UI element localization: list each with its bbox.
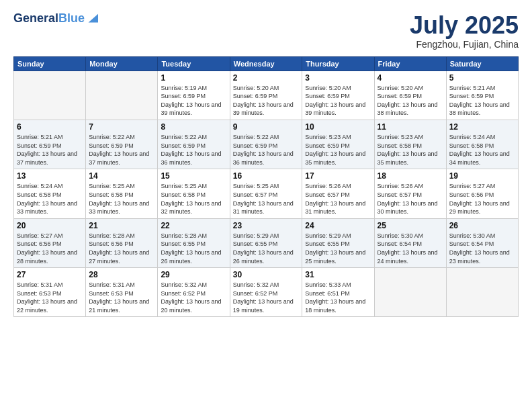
day-number: 24: [305, 221, 371, 230]
day-number: 16: [233, 171, 300, 181]
day-info: Sunrise: 5:23 AMSunset: 6:58 PMDaylight:…: [378, 133, 443, 167]
day-number: 20: [17, 221, 83, 230]
month-title: July 2025: [410, 12, 519, 39]
location: Fengzhou, Fujian, China: [410, 39, 519, 50]
calendar-cell: 10Sunrise: 5:23 AMSunset: 6:59 PMDayligh…: [302, 120, 374, 169]
day-number: 17: [305, 171, 371, 181]
calendar-cell: 12Sunrise: 5:24 AMSunset: 6:58 PMDayligh…: [446, 120, 518, 169]
day-number: 9: [233, 122, 300, 132]
day-info: Sunrise: 5:31 AMSunset: 6:53 PMDaylight:…: [89, 281, 154, 314]
weekday-header-saturday: Saturday: [446, 56, 518, 71]
day-number: 5: [449, 73, 515, 83]
calendar-cell: [374, 268, 446, 317]
day-info: Sunrise: 5:28 AMSunset: 6:56 PMDaylight:…: [89, 232, 154, 265]
calendar-cell: 18Sunrise: 5:26 AMSunset: 6:57 PMDayligh…: [374, 169, 446, 218]
day-number: 4: [378, 73, 443, 83]
weekday-header-friday: Friday: [374, 56, 446, 71]
header: GeneralBlue July 2025 Fengzhou, Fujian, …: [13, 12, 519, 50]
day-info: Sunrise: 5:27 AMSunset: 6:56 PMDaylight:…: [449, 182, 515, 216]
calendar-cell: 11Sunrise: 5:23 AMSunset: 6:58 PMDayligh…: [374, 120, 446, 169]
weekday-header-sunday: Sunday: [14, 56, 86, 71]
page: GeneralBlue July 2025 Fengzhou, Fujian, …: [0, 0, 532, 411]
weekday-header-thursday: Thursday: [302, 56, 374, 71]
calendar-cell: 14Sunrise: 5:25 AMSunset: 6:58 PMDayligh…: [86, 169, 158, 218]
calendar-cell: 15Sunrise: 5:25 AMSunset: 6:58 PMDayligh…: [158, 169, 230, 218]
calendar-cell: [446, 268, 518, 317]
calendar-cell: 8Sunrise: 5:22 AMSunset: 6:59 PMDaylight…: [158, 120, 230, 169]
calendar-cell: 19Sunrise: 5:27 AMSunset: 6:56 PMDayligh…: [446, 169, 518, 218]
calendar-week-3: 13Sunrise: 5:24 AMSunset: 6:58 PMDayligh…: [14, 169, 519, 218]
day-info: Sunrise: 5:25 AMSunset: 6:57 PMDaylight:…: [233, 182, 300, 216]
calendar-cell: 5Sunrise: 5:21 AMSunset: 6:59 PMDaylight…: [446, 71, 518, 120]
calendar-cell: 27Sunrise: 5:31 AMSunset: 6:53 PMDayligh…: [14, 268, 86, 317]
calendar-cell: 30Sunrise: 5:32 AMSunset: 6:52 PMDayligh…: [230, 268, 302, 317]
day-number: 12: [449, 122, 515, 132]
day-info: Sunrise: 5:22 AMSunset: 6:59 PMDaylight:…: [233, 133, 300, 167]
day-info: Sunrise: 5:20 AMSunset: 6:59 PMDaylight:…: [305, 84, 371, 118]
logo-icon: [86, 13, 98, 25]
weekday-header-monday: Monday: [86, 56, 158, 71]
calendar-week-4: 20Sunrise: 5:27 AMSunset: 6:56 PMDayligh…: [14, 218, 519, 267]
day-info: Sunrise: 5:21 AMSunset: 6:59 PMDaylight:…: [449, 84, 515, 118]
day-number: 13: [17, 171, 83, 181]
calendar-cell: 2Sunrise: 5:20 AMSunset: 6:59 PMDaylight…: [230, 71, 302, 120]
calendar-week-5: 27Sunrise: 5:31 AMSunset: 6:53 PMDayligh…: [14, 268, 519, 317]
calendar-cell: 28Sunrise: 5:31 AMSunset: 6:53 PMDayligh…: [86, 268, 158, 317]
day-number: 18: [378, 171, 443, 181]
day-number: 19: [449, 171, 515, 181]
day-info: Sunrise: 5:20 AMSunset: 6:59 PMDaylight:…: [233, 84, 300, 118]
calendar-cell: 1Sunrise: 5:19 AMSunset: 6:59 PMDaylight…: [158, 71, 230, 120]
svg-marker-0: [89, 14, 98, 23]
weekday-header-wednesday: Wednesday: [230, 56, 302, 71]
day-info: Sunrise: 5:25 AMSunset: 6:58 PMDaylight:…: [89, 182, 154, 216]
day-info: Sunrise: 5:28 AMSunset: 6:55 PMDaylight:…: [161, 232, 226, 265]
day-number: 22: [161, 221, 226, 230]
calendar-cell: [14, 71, 86, 120]
calendar-cell: 23Sunrise: 5:29 AMSunset: 6:55 PMDayligh…: [230, 218, 302, 267]
day-info: Sunrise: 5:24 AMSunset: 6:58 PMDaylight:…: [449, 133, 515, 167]
day-number: 7: [89, 122, 154, 132]
day-number: 10: [305, 122, 371, 132]
day-info: Sunrise: 5:27 AMSunset: 6:56 PMDaylight:…: [17, 232, 83, 265]
calendar-cell: 7Sunrise: 5:22 AMSunset: 6:59 PMDaylight…: [86, 120, 158, 169]
day-number: 3: [305, 73, 371, 83]
calendar-cell: 4Sunrise: 5:20 AMSunset: 6:59 PMDaylight…: [374, 71, 446, 120]
day-number: 30: [233, 270, 300, 279]
calendar-cell: 13Sunrise: 5:24 AMSunset: 6:58 PMDayligh…: [14, 169, 86, 218]
day-info: Sunrise: 5:30 AMSunset: 6:54 PMDaylight:…: [378, 232, 443, 265]
day-number: 14: [89, 171, 154, 181]
calendar-cell: 17Sunrise: 5:26 AMSunset: 6:57 PMDayligh…: [302, 169, 374, 218]
calendar-cell: 29Sunrise: 5:32 AMSunset: 6:52 PMDayligh…: [158, 268, 230, 317]
day-info: Sunrise: 5:29 AMSunset: 6:55 PMDaylight:…: [233, 232, 300, 265]
day-number: 29: [161, 270, 226, 279]
day-number: 6: [17, 122, 83, 132]
day-number: 23: [233, 221, 300, 230]
day-number: 27: [17, 270, 83, 279]
day-number: 2: [233, 73, 300, 83]
calendar-cell: [86, 71, 158, 120]
calendar-cell: 3Sunrise: 5:20 AMSunset: 6:59 PMDaylight…: [302, 71, 374, 120]
day-number: 25: [378, 221, 443, 230]
title-block: July 2025 Fengzhou, Fujian, China: [410, 12, 519, 50]
day-info: Sunrise: 5:26 AMSunset: 6:57 PMDaylight:…: [378, 182, 443, 216]
day-info: Sunrise: 5:31 AMSunset: 6:53 PMDaylight:…: [17, 281, 83, 314]
weekday-header-row: SundayMondayTuesdayWednesdayThursdayFrid…: [14, 56, 519, 71]
day-info: Sunrise: 5:19 AMSunset: 6:59 PMDaylight:…: [161, 84, 226, 118]
calendar-cell: 21Sunrise: 5:28 AMSunset: 6:56 PMDayligh…: [86, 218, 158, 267]
day-info: Sunrise: 5:26 AMSunset: 6:57 PMDaylight:…: [305, 182, 371, 216]
day-number: 1: [161, 73, 226, 83]
calendar-cell: 31Sunrise: 5:33 AMSunset: 6:51 PMDayligh…: [302, 268, 374, 317]
calendar-cell: 24Sunrise: 5:29 AMSunset: 6:55 PMDayligh…: [302, 218, 374, 267]
calendar-week-1: 1Sunrise: 5:19 AMSunset: 6:59 PMDaylight…: [14, 71, 519, 120]
day-number: 8: [161, 122, 226, 132]
day-info: Sunrise: 5:21 AMSunset: 6:59 PMDaylight:…: [17, 133, 83, 167]
day-info: Sunrise: 5:23 AMSunset: 6:59 PMDaylight:…: [305, 133, 371, 167]
calendar-cell: 16Sunrise: 5:25 AMSunset: 6:57 PMDayligh…: [230, 169, 302, 218]
day-info: Sunrise: 5:24 AMSunset: 6:58 PMDaylight:…: [17, 182, 83, 216]
day-info: Sunrise: 5:33 AMSunset: 6:51 PMDaylight:…: [305, 281, 371, 314]
calendar-cell: 25Sunrise: 5:30 AMSunset: 6:54 PMDayligh…: [374, 218, 446, 267]
calendar-cell: 26Sunrise: 5:30 AMSunset: 6:54 PMDayligh…: [446, 218, 518, 267]
day-number: 11: [378, 122, 443, 132]
day-info: Sunrise: 5:32 AMSunset: 6:52 PMDaylight:…: [233, 281, 300, 314]
calendar-cell: 6Sunrise: 5:21 AMSunset: 6:59 PMDaylight…: [14, 120, 86, 169]
